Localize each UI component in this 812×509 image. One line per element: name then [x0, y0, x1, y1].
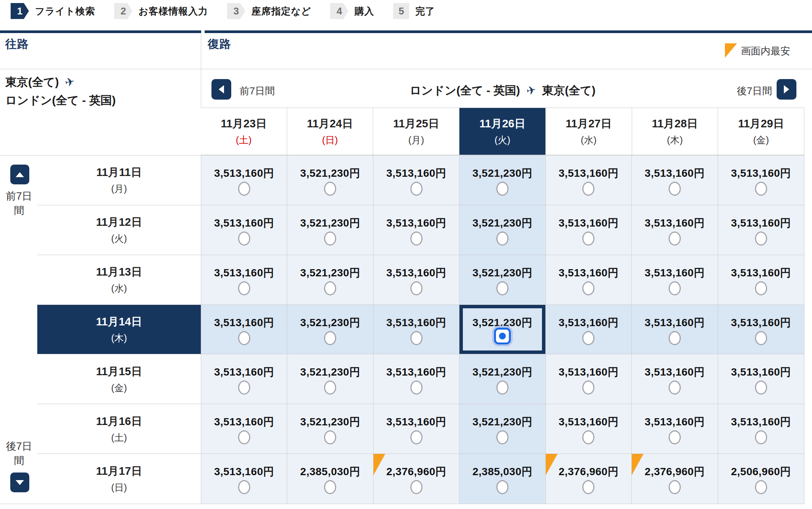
fare-cell-r5c4[interactable]: 3,521,230円 — [459, 354, 545, 404]
fare-radio[interactable] — [324, 232, 336, 246]
fare-cell-r2c1[interactable]: 3,513,160円 — [201, 205, 287, 255]
fare-cell-r2c4[interactable]: 3,521,230円 — [459, 205, 545, 255]
fare-radio[interactable] — [238, 281, 250, 295]
fare-cell-r4c4[interactable]: 3,521,230円 — [459, 305, 545, 355]
fare-cell-r2c2[interactable]: 3,521,230円 — [287, 205, 373, 255]
fare-radio[interactable] — [238, 232, 250, 246]
fare-cell-r5c2[interactable]: 3,521,230円 — [287, 354, 373, 404]
fare-cell-r7c1[interactable]: 3,513,160円 — [201, 454, 287, 504]
fare-radio[interactable] — [755, 480, 767, 494]
fare-radio[interactable] — [669, 381, 681, 395]
fare-radio[interactable] — [496, 480, 508, 494]
fare-radio[interactable] — [410, 381, 423, 395]
fare-cell-r4c1[interactable]: 3,513,160円 — [201, 305, 287, 355]
fare-radio[interactable] — [669, 430, 681, 444]
fare-radio[interactable] — [410, 430, 423, 444]
fare-radio[interactable] — [410, 182, 423, 196]
fare-cell-r3c6[interactable]: 3,513,160円 — [632, 255, 718, 305]
scroll-down-button[interactable] — [10, 473, 29, 492]
fare-radio[interactable] — [410, 480, 423, 494]
fare-cell-r7c4[interactable]: 2,385,030円 — [459, 454, 545, 504]
fare-radio[interactable] — [238, 331, 250, 345]
fare-cell-r7c2[interactable]: 2,385,030円 — [287, 454, 373, 504]
fare-cell-r1c6[interactable]: 3,513,160円 — [632, 155, 718, 205]
fare-radio[interactable] — [410, 232, 423, 246]
fare-cell-r2c5[interactable]: 3,513,160円 — [546, 205, 632, 255]
fare-radio[interactable] — [496, 381, 508, 395]
fare-radio[interactable] — [582, 331, 594, 345]
fare-cell-r7c6[interactable]: 2,376,960円 — [632, 454, 718, 504]
fare-cell-r3c7[interactable]: 3,513,160円 — [718, 255, 804, 305]
fare-cell-r5c1[interactable]: 3,513,160円 — [201, 354, 287, 404]
fare-cell-r7c3[interactable]: 2,376,960円 — [373, 454, 459, 504]
fare-radio[interactable] — [496, 281, 508, 295]
fare-radio[interactable] — [324, 381, 336, 395]
fare-radio[interactable] — [755, 232, 767, 246]
fare-cell-r6c5[interactable]: 3,513,160円 — [546, 404, 632, 454]
fare-radio[interactable] — [324, 281, 336, 295]
fare-radio[interactable] — [582, 480, 594, 494]
fare-radio[interactable] — [669, 480, 681, 494]
fare-radio[interactable] — [324, 331, 336, 345]
fare-cell-r4c2[interactable]: 3,521,230円 — [287, 305, 373, 355]
fare-cell-r6c7[interactable]: 3,513,160円 — [718, 404, 804, 454]
fare-cell-r5c7[interactable]: 3,513,160円 — [718, 354, 804, 404]
fare-radio[interactable] — [755, 281, 767, 295]
fare-radio[interactable] — [238, 182, 250, 196]
fare-radio[interactable] — [755, 430, 767, 444]
fare-radio[interactable] — [496, 232, 508, 246]
fare-radio[interactable] — [324, 430, 336, 444]
fare-cell-r1c4[interactable]: 3,521,230円 — [459, 155, 545, 205]
fare-radio[interactable] — [324, 182, 336, 196]
fare-cell-r3c3[interactable]: 3,513,160円 — [373, 255, 459, 305]
fare-cell-r1c3[interactable]: 3,513,160円 — [373, 155, 459, 205]
fare-cell-r6c6[interactable]: 3,513,160円 — [632, 404, 718, 454]
fare-radio[interactable] — [582, 430, 594, 444]
fare-radio[interactable] — [582, 281, 594, 295]
fare-radio[interactable] — [582, 182, 594, 196]
fare-radio[interactable] — [669, 331, 681, 345]
fare-cell-r6c4[interactable]: 3,521,230円 — [459, 404, 545, 454]
fare-radio[interactable] — [755, 331, 767, 345]
fare-cell-r5c6[interactable]: 3,513,160円 — [632, 354, 718, 404]
next-7days-button[interactable] — [777, 79, 796, 100]
fare-cell-r4c3[interactable]: 3,513,160円 — [373, 305, 459, 355]
fare-cell-r5c3[interactable]: 3,513,160円 — [373, 354, 459, 404]
fare-cell-r1c7[interactable]: 3,513,160円 — [718, 155, 804, 205]
fare-cell-r4c7[interactable]: 3,513,160円 — [718, 305, 804, 355]
fare-radio[interactable] — [410, 281, 423, 295]
fare-cell-r1c2[interactable]: 3,521,230円 — [287, 155, 373, 205]
fare-radio[interactable] — [755, 381, 767, 395]
fare-cell-r6c1[interactable]: 3,513,160円 — [201, 404, 287, 454]
fare-cell-r3c1[interactable]: 3,513,160円 — [201, 255, 287, 305]
fare-radio[interactable] — [669, 182, 681, 196]
fare-radio[interactable] — [669, 281, 681, 295]
fare-cell-r2c6[interactable]: 3,513,160円 — [632, 205, 718, 255]
fare-cell-r6c3[interactable]: 3,513,160円 — [373, 404, 459, 454]
fare-radio[interactable] — [410, 331, 423, 345]
fare-cell-r7c5[interactable]: 2,376,960円 — [546, 454, 632, 504]
fare-cell-r2c3[interactable]: 3,513,160円 — [373, 205, 459, 255]
fare-cell-r3c4[interactable]: 3,521,230円 — [459, 255, 545, 305]
fare-cell-r7c7[interactable]: 2,506,960円 — [718, 454, 804, 504]
fare-radio[interactable] — [669, 232, 681, 246]
fare-radio[interactable] — [238, 480, 250, 494]
fare-radio[interactable] — [582, 381, 594, 395]
fare-cell-r1c5[interactable]: 3,513,160円 — [546, 155, 632, 205]
fare-radio[interactable] — [582, 232, 594, 246]
fare-cell-r5c5[interactable]: 3,513,160円 — [546, 354, 632, 404]
fare-radio[interactable] — [238, 381, 250, 395]
fare-cell-r4c5[interactable]: 3,513,160円 — [546, 305, 632, 355]
fare-radio-selected[interactable] — [494, 328, 511, 344]
fare-cell-r1c1[interactable]: 3,513,160円 — [201, 155, 287, 205]
fare-cell-r3c2[interactable]: 3,521,230円 — [287, 255, 373, 305]
fare-radio[interactable] — [324, 480, 336, 494]
fare-radio[interactable] — [496, 430, 508, 444]
fare-cell-r4c6[interactable]: 3,513,160円 — [632, 305, 718, 355]
fare-radio[interactable] — [755, 182, 767, 196]
fare-cell-r6c2[interactable]: 3,521,230円 — [287, 404, 373, 454]
fare-cell-r3c5[interactable]: 3,513,160円 — [546, 255, 632, 305]
scroll-up-button[interactable] — [10, 165, 29, 184]
fare-cell-r2c7[interactable]: 3,513,160円 — [718, 205, 804, 255]
fare-radio[interactable] — [238, 430, 250, 444]
